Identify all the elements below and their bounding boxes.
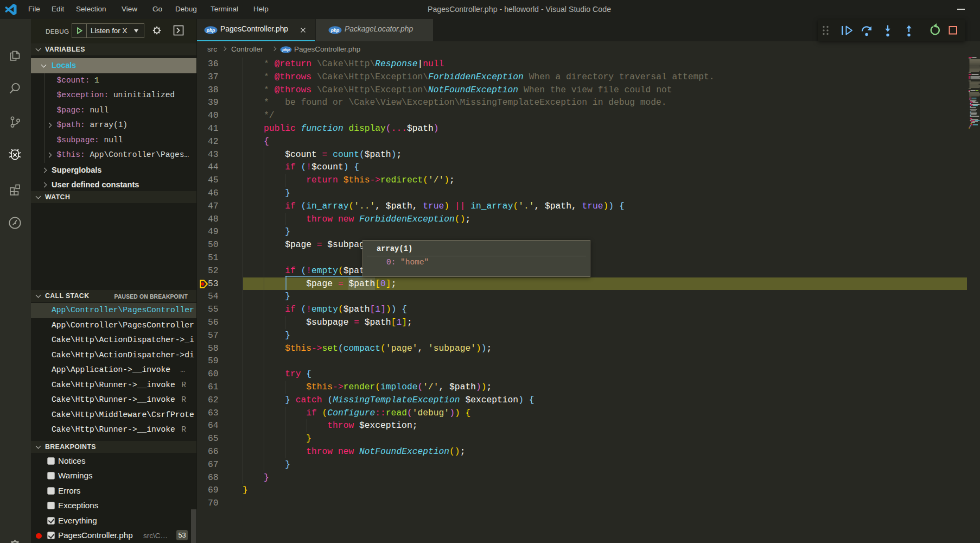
svg-text:php: php: [282, 47, 290, 52]
svg-text:php: php: [206, 28, 215, 33]
svg-text:php: php: [330, 28, 340, 33]
